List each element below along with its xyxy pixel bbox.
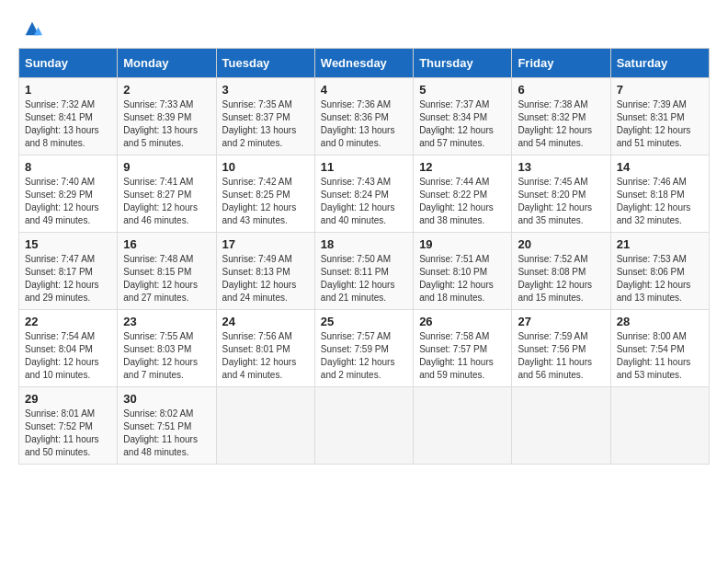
day-number: 8 bbox=[25, 160, 111, 174]
day-of-week-header: Saturday bbox=[610, 49, 709, 78]
day-detail: Sunrise: 7:54 AMSunset: 8:04 PMDaylight:… bbox=[25, 331, 99, 380]
day-number: 25 bbox=[321, 315, 407, 328]
calendar-cell bbox=[512, 387, 610, 465]
day-detail: Sunrise: 7:43 AMSunset: 8:24 PMDaylight:… bbox=[321, 177, 395, 225]
day-number: 15 bbox=[25, 237, 111, 251]
calendar-cell bbox=[314, 387, 413, 465]
day-number: 16 bbox=[123, 237, 210, 251]
day-number: 14 bbox=[617, 160, 703, 174]
calendar-cell: 15 Sunrise: 7:47 AMSunset: 8:17 PMDaylig… bbox=[19, 233, 118, 310]
day-number: 3 bbox=[222, 83, 309, 97]
calendar-cell: 25 Sunrise: 7:57 AMSunset: 7:59 PMDaylig… bbox=[314, 310, 413, 387]
day-detail: Sunrise: 7:38 AMSunset: 8:32 PMDaylight:… bbox=[518, 99, 592, 148]
day-number: 26 bbox=[419, 315, 506, 328]
day-number: 27 bbox=[518, 315, 604, 328]
day-number: 18 bbox=[321, 237, 407, 251]
page-header bbox=[18, 18, 710, 39]
day-of-week-header: Monday bbox=[118, 49, 216, 78]
day-number: 5 bbox=[419, 83, 506, 97]
day-detail: Sunrise: 7:32 AMSunset: 8:41 PMDaylight:… bbox=[25, 99, 99, 148]
days-header-row: SundayMondayTuesdayWednesdayThursdayFrid… bbox=[19, 49, 710, 78]
calendar-cell: 3 Sunrise: 7:35 AMSunset: 8:37 PMDayligh… bbox=[216, 78, 314, 155]
day-of-week-header: Wednesday bbox=[314, 49, 413, 78]
day-number: 17 bbox=[222, 237, 309, 251]
day-detail: Sunrise: 7:48 AMSunset: 8:15 PMDaylight:… bbox=[123, 254, 198, 303]
calendar-week-row: 8 Sunrise: 7:40 AMSunset: 8:29 PMDayligh… bbox=[19, 155, 710, 233]
day-number: 11 bbox=[321, 160, 407, 174]
day-detail: Sunrise: 7:56 AMSunset: 8:01 PMDaylight:… bbox=[222, 331, 297, 380]
day-number: 1 bbox=[25, 83, 111, 97]
calendar-cell: 6 Sunrise: 7:38 AMSunset: 8:32 PMDayligh… bbox=[512, 78, 610, 155]
day-number: 4 bbox=[321, 83, 407, 97]
calendar-cell: 7 Sunrise: 7:39 AMSunset: 8:31 PMDayligh… bbox=[610, 78, 709, 155]
calendar-cell: 18 Sunrise: 7:50 AMSunset: 8:11 PMDaylig… bbox=[314, 233, 413, 310]
day-detail: Sunrise: 7:52 AMSunset: 8:08 PMDaylight:… bbox=[518, 254, 592, 303]
calendar-cell: 13 Sunrise: 7:45 AMSunset: 8:20 PMDaylig… bbox=[512, 155, 610, 233]
day-detail: Sunrise: 7:53 AMSunset: 8:06 PMDaylight:… bbox=[617, 254, 691, 303]
day-detail: Sunrise: 8:02 AMSunset: 7:51 PMDaylight:… bbox=[123, 408, 198, 457]
calendar-cell: 20 Sunrise: 7:52 AMSunset: 8:08 PMDaylig… bbox=[512, 233, 610, 310]
day-number: 28 bbox=[617, 315, 703, 328]
day-detail: Sunrise: 7:37 AMSunset: 8:34 PMDaylight:… bbox=[419, 99, 494, 148]
day-number: 12 bbox=[419, 160, 506, 174]
day-detail: Sunrise: 7:36 AMSunset: 8:36 PMDaylight:… bbox=[321, 99, 395, 148]
day-detail: Sunrise: 8:00 AMSunset: 7:54 PMDaylight:… bbox=[617, 331, 691, 380]
day-detail: Sunrise: 7:33 AMSunset: 8:39 PMDaylight:… bbox=[123, 99, 198, 148]
calendar-cell: 28 Sunrise: 8:00 AMSunset: 7:54 PMDaylig… bbox=[610, 310, 709, 387]
calendar-cell: 22 Sunrise: 7:54 AMSunset: 8:04 PMDaylig… bbox=[19, 310, 118, 387]
day-number: 22 bbox=[25, 315, 111, 328]
day-detail: Sunrise: 7:58 AMSunset: 7:57 PMDaylight:… bbox=[419, 331, 494, 380]
calendar-cell: 19 Sunrise: 7:51 AMSunset: 8:10 PMDaylig… bbox=[414, 233, 512, 310]
day-detail: Sunrise: 8:01 AMSunset: 7:52 PMDaylight:… bbox=[25, 408, 99, 457]
day-detail: Sunrise: 7:55 AMSunset: 8:03 PMDaylight:… bbox=[123, 331, 198, 380]
day-detail: Sunrise: 7:51 AMSunset: 8:10 PMDaylight:… bbox=[419, 254, 494, 303]
calendar-cell: 8 Sunrise: 7:40 AMSunset: 8:29 PMDayligh… bbox=[19, 155, 118, 233]
day-detail: Sunrise: 7:44 AMSunset: 8:22 PMDaylight:… bbox=[419, 177, 494, 225]
calendar-cell: 29 Sunrise: 8:01 AMSunset: 7:52 PMDaylig… bbox=[19, 387, 118, 465]
calendar-cell: 26 Sunrise: 7:58 AMSunset: 7:57 PMDaylig… bbox=[414, 310, 512, 387]
calendar-cell: 16 Sunrise: 7:48 AMSunset: 8:15 PMDaylig… bbox=[118, 233, 216, 310]
day-number: 13 bbox=[518, 160, 604, 174]
calendar-week-row: 15 Sunrise: 7:47 AMSunset: 8:17 PMDaylig… bbox=[19, 233, 710, 310]
calendar-cell: 30 Sunrise: 8:02 AMSunset: 7:51 PMDaylig… bbox=[118, 387, 216, 465]
calendar-cell bbox=[610, 387, 709, 465]
day-number: 10 bbox=[222, 160, 309, 174]
calendar-cell: 5 Sunrise: 7:37 AMSunset: 8:34 PMDayligh… bbox=[414, 78, 512, 155]
day-detail: Sunrise: 7:45 AMSunset: 8:20 PMDaylight:… bbox=[518, 177, 592, 225]
day-number: 20 bbox=[518, 237, 604, 251]
day-number: 2 bbox=[123, 83, 210, 97]
day-detail: Sunrise: 7:41 AMSunset: 8:27 PMDaylight:… bbox=[123, 177, 198, 225]
day-detail: Sunrise: 7:42 AMSunset: 8:25 PMDaylight:… bbox=[222, 177, 297, 225]
day-number: 7 bbox=[617, 83, 703, 97]
calendar-cell: 1 Sunrise: 7:32 AMSunset: 8:41 PMDayligh… bbox=[19, 78, 118, 155]
day-number: 9 bbox=[123, 160, 210, 174]
day-number: 30 bbox=[123, 392, 210, 406]
day-detail: Sunrise: 7:47 AMSunset: 8:17 PMDaylight:… bbox=[25, 254, 99, 303]
calendar-cell: 2 Sunrise: 7:33 AMSunset: 8:39 PMDayligh… bbox=[118, 78, 216, 155]
logo-icon bbox=[22, 18, 42, 39]
day-of-week-header: Sunday bbox=[19, 49, 118, 78]
day-number: 23 bbox=[123, 315, 210, 328]
calendar-cell: 14 Sunrise: 7:46 AMSunset: 8:18 PMDaylig… bbox=[610, 155, 709, 233]
calendar-cell: 23 Sunrise: 7:55 AMSunset: 8:03 PMDaylig… bbox=[118, 310, 216, 387]
calendar-cell: 17 Sunrise: 7:49 AMSunset: 8:13 PMDaylig… bbox=[216, 233, 314, 310]
day-number: 29 bbox=[25, 392, 111, 406]
calendar-cell: 12 Sunrise: 7:44 AMSunset: 8:22 PMDaylig… bbox=[414, 155, 512, 233]
day-number: 19 bbox=[419, 237, 506, 251]
day-number: 24 bbox=[222, 315, 309, 328]
calendar-cell: 27 Sunrise: 7:59 AMSunset: 7:56 PMDaylig… bbox=[512, 310, 610, 387]
day-of-week-header: Friday bbox=[512, 49, 610, 78]
day-of-week-header: Thursday bbox=[414, 49, 512, 78]
day-detail: Sunrise: 7:46 AMSunset: 8:18 PMDaylight:… bbox=[617, 177, 691, 225]
calendar-cell: 4 Sunrise: 7:36 AMSunset: 8:36 PMDayligh… bbox=[314, 78, 413, 155]
day-detail: Sunrise: 7:40 AMSunset: 8:29 PMDaylight:… bbox=[25, 177, 99, 225]
day-number: 6 bbox=[518, 83, 604, 97]
calendar-cell: 21 Sunrise: 7:53 AMSunset: 8:06 PMDaylig… bbox=[610, 233, 709, 310]
day-detail: Sunrise: 7:49 AMSunset: 8:13 PMDaylight:… bbox=[222, 254, 297, 303]
day-number: 21 bbox=[617, 237, 703, 251]
day-detail: Sunrise: 7:35 AMSunset: 8:37 PMDaylight:… bbox=[222, 99, 297, 148]
calendar-cell: 11 Sunrise: 7:43 AMSunset: 8:24 PMDaylig… bbox=[314, 155, 413, 233]
day-detail: Sunrise: 7:59 AMSunset: 7:56 PMDaylight:… bbox=[518, 331, 592, 380]
calendar-cell: 9 Sunrise: 7:41 AMSunset: 8:27 PMDayligh… bbox=[118, 155, 216, 233]
day-detail: Sunrise: 7:39 AMSunset: 8:31 PMDaylight:… bbox=[617, 99, 691, 148]
